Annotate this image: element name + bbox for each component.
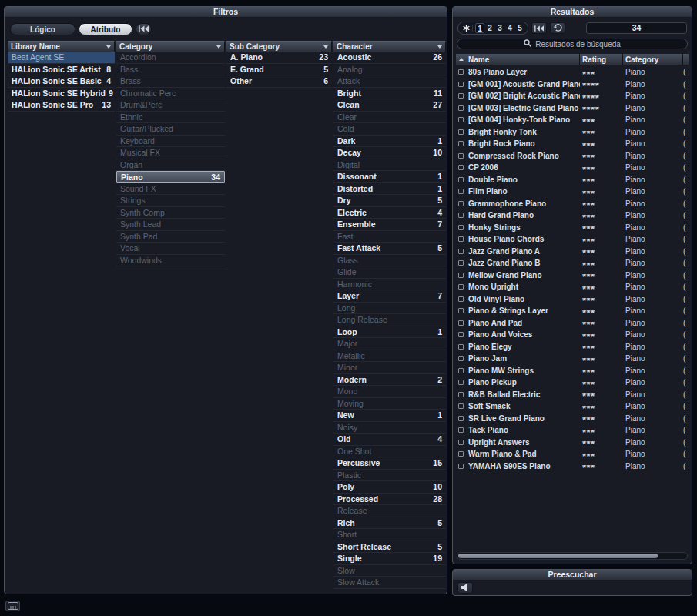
filter-item[interactable]: Sound FX xyxy=(116,183,225,196)
filter-item[interactable]: Other 6 xyxy=(226,75,332,88)
results-row[interactable]: Piano Jam *** Piano ( xyxy=(456,353,689,365)
results-row[interactable]: CP 2006 *** Piano ( xyxy=(456,162,689,174)
filter-item[interactable]: Noisy xyxy=(333,422,446,434)
filter-item[interactable]: E. Grand 5 xyxy=(226,64,332,76)
filter-item[interactable]: Clear xyxy=(333,112,446,124)
rating-level-button[interactable]: 1 xyxy=(475,23,484,33)
results-row[interactable]: Piano & Strings Layer *** Piano ( xyxy=(456,305,689,317)
results-row[interactable]: Piano And Voices *** Piano ( xyxy=(456,329,689,341)
rating-level-button[interactable]: 3 xyxy=(495,23,504,33)
filter-item[interactable]: Metallic xyxy=(333,350,446,363)
results-row[interactable]: Old Vinyl Piano *** Piano ( xyxy=(456,293,689,306)
attribute-filter-button[interactable]: Atributo xyxy=(79,23,132,35)
filter-item[interactable]: Bright 11 xyxy=(333,88,446,100)
results-row[interactable]: Bright Honky Tonk *** Piano ( xyxy=(456,126,689,139)
results-row[interactable]: Piano And Pad *** Piano ( xyxy=(456,317,689,330)
filter-item[interactable]: Attack xyxy=(333,75,446,88)
results-row[interactable]: Bright Rock Piano *** Piano ( xyxy=(456,138,689,150)
results-row[interactable]: House Piano Chords *** Piano ( xyxy=(456,233,689,246)
results-row[interactable]: [GM 001] Acoustic Grand Piano **** Piano… xyxy=(456,79,689,91)
results-row[interactable]: 80s Piano Layer *** Piano ( xyxy=(456,66,689,79)
filter-item[interactable]: Distorted 1 xyxy=(333,183,446,196)
filter-item[interactable]: Decay 10 xyxy=(333,147,446,159)
filter-item[interactable]: Release xyxy=(333,505,446,517)
reset-results-button[interactable] xyxy=(531,22,547,34)
filter-item[interactable]: Bass xyxy=(116,64,225,76)
search-input[interactable]: Resultados de búsqueda xyxy=(457,38,688,49)
filter-item[interactable]: Harmonic xyxy=(333,279,446,291)
filter-item[interactable]: Organ xyxy=(116,159,225,172)
rating-level-button[interactable]: 2 xyxy=(485,23,494,33)
filter-item[interactable]: Modern 2 xyxy=(333,374,446,387)
filter-item[interactable]: HALion Sonic SE Artist 8 xyxy=(8,64,115,76)
filter-item[interactable]: Guitar/Plucked xyxy=(116,123,225,136)
filter-item[interactable]: Short xyxy=(333,529,446,541)
filter-item[interactable]: Slow Attack xyxy=(333,577,446,589)
filter-item[interactable]: New 1 xyxy=(333,410,446,422)
filter-item[interactable]: Dissonant 1 xyxy=(333,171,446,183)
filter-item[interactable]: Processed 28 xyxy=(333,494,446,506)
filter-item[interactable]: HALion Sonic SE Hybrid 9 xyxy=(8,88,115,100)
filter-item[interactable]: Beat Agent SE xyxy=(8,52,115,64)
results-row[interactable]: Honky Strings *** Piano ( xyxy=(456,222,689,234)
filter-item[interactable]: Slow xyxy=(333,565,446,578)
filter-item[interactable]: Rich 5 xyxy=(333,517,446,530)
filter-item[interactable]: Mono xyxy=(333,386,446,398)
results-row[interactable]: Piano Elegy *** Piano ( xyxy=(456,341,689,353)
results-row[interactable]: Jazz Grand Piano B *** Piano ( xyxy=(456,257,689,270)
filter-item[interactable]: Chromatic Perc xyxy=(116,88,225,100)
filter-item[interactable]: Short Release 5 xyxy=(333,541,446,554)
filter-item[interactable]: Minor xyxy=(333,362,446,374)
filter-item[interactable]: Digital xyxy=(333,159,446,172)
column-header-character[interactable]: Character xyxy=(333,41,446,52)
filter-item[interactable]: Acoustic 26 xyxy=(333,52,446,64)
column-header-category[interactable]: Category xyxy=(116,41,225,52)
results-row[interactable]: Hard Grand Piano *** Piano ( xyxy=(456,209,689,222)
column-header-library-name[interactable]: Library Name xyxy=(8,41,115,52)
preview-output-button[interactable] xyxy=(457,582,473,594)
filter-item[interactable]: Ethnic xyxy=(116,112,225,124)
filter-item[interactable]: Brass xyxy=(116,75,225,88)
column-header-overflow[interactable] xyxy=(683,54,689,65)
filter-item[interactable]: Musical FX xyxy=(116,147,225,159)
filter-item[interactable]: Fast xyxy=(333,231,446,243)
filter-item[interactable]: Plastic xyxy=(333,470,446,482)
column-header-rating[interactable]: Rating xyxy=(580,54,623,65)
column-header-sub-category[interactable]: Sub Category xyxy=(226,41,332,52)
reset-filters-button[interactable] xyxy=(136,23,152,35)
filter-item[interactable]: Percussive 15 xyxy=(333,457,446,470)
results-row[interactable]: R&B Ballad Electric *** Piano ( xyxy=(456,389,689,401)
filter-item[interactable]: Synth Pad xyxy=(116,231,225,243)
filter-item[interactable]: One Shot xyxy=(333,446,446,458)
filter-item[interactable]: Ensemble 7 xyxy=(333,219,446,231)
filter-item[interactable]: Long Release xyxy=(333,314,446,326)
results-row[interactable]: Grammophone Piano *** Piano ( xyxy=(456,198,689,210)
rating-star-icon[interactable] xyxy=(461,25,473,32)
filter-item[interactable]: Strings xyxy=(116,195,225,207)
editor-toggle-button[interactable] xyxy=(5,601,20,611)
filter-item[interactable]: Single 19 xyxy=(333,553,446,565)
results-row[interactable]: Film Piano *** Piano ( xyxy=(456,186,689,198)
results-row[interactable]: Jazz Grand Piano A *** Piano ( xyxy=(456,246,689,258)
results-row[interactable]: Compressed Rock Piano *** Piano ( xyxy=(456,150,689,162)
rating-level-button[interactable]: 5 xyxy=(515,23,524,33)
results-row[interactable]: YAMAHA S90ES Piano *** Piano ( xyxy=(456,460,689,473)
results-row[interactable]: Piano Pickup *** Piano ( xyxy=(456,377,689,389)
results-row[interactable]: [GM 002] Bright Acoustic Piano **** Pian… xyxy=(456,90,689,102)
results-row[interactable]: Double Piano *** Piano ( xyxy=(456,174,689,186)
filter-item[interactable]: Synth Lead xyxy=(116,219,225,231)
results-row[interactable]: SR Live Grand Piano *** Piano ( xyxy=(456,413,689,425)
results-row[interactable]: Warm Piano & Pad *** Piano ( xyxy=(456,448,689,460)
filter-item[interactable]: Keyboard xyxy=(116,136,225,148)
results-row[interactable]: Soft Smack *** Piano ( xyxy=(456,400,689,413)
results-row[interactable]: [GM 004] Honky-Tonk Piano *** Piano ( xyxy=(456,114,689,126)
filter-item[interactable]: Dry 5 xyxy=(333,195,446,207)
filter-item[interactable]: Old 4 xyxy=(333,434,446,446)
logic-filter-button[interactable]: Lógico xyxy=(10,23,75,35)
horizontal-scrollbar-thumb[interactable] xyxy=(458,554,658,558)
filter-item[interactable]: Moving xyxy=(333,398,446,410)
filter-item[interactable]: Woodwinds xyxy=(116,255,225,267)
filter-item[interactable]: A. Piano 23 xyxy=(226,52,332,64)
filter-item[interactable]: HALion Sonic SE Basic 4 xyxy=(8,75,115,88)
filter-item[interactable]: Long xyxy=(333,303,446,315)
